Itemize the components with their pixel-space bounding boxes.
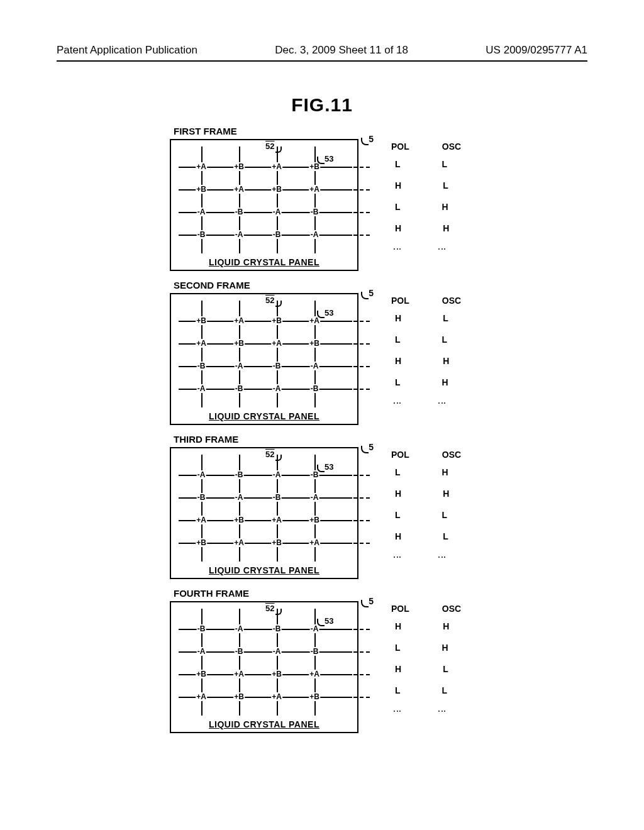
osc-value: L xyxy=(443,531,448,541)
pol-osc-table: POLOSCHHLHHLLL⋮⋮ xyxy=(389,604,483,714)
osc-value: L xyxy=(443,313,448,323)
osc-value: L xyxy=(442,335,448,345)
panel-wrap: 5-A-B-A-B-B-A-B-A+A+B+A+B+B+A+B+A5253LIQ… xyxy=(170,447,358,579)
pol-value: H xyxy=(395,664,401,674)
frames-container: FIRST FRAME5+A+B+A+B+B+A+B+A-A-B-A-B-B-A… xyxy=(170,126,522,742)
frame-block: SECOND FRAME5+B+A+B+A+A+B+A+B-B-A-B-A-A-… xyxy=(170,280,522,425)
grid-cell: +A xyxy=(309,670,320,678)
grid-cell: -A xyxy=(310,230,319,239)
pol-osc-header: POLOSC xyxy=(391,450,483,460)
grid-cell: +A xyxy=(271,516,282,524)
grid-cell: -B xyxy=(272,230,282,239)
frame-title: SECOND FRAME xyxy=(174,280,522,290)
grid-cell: -A xyxy=(235,493,244,502)
pol-osc-row: LL xyxy=(395,685,483,695)
pol-osc-row: LL xyxy=(395,159,483,169)
pol-osc-table: POLOSCLHHHLLHL⋮⋮ xyxy=(389,450,483,560)
frame-block: FOURTH FRAME5-B-A-B-A-A-B-A-B+B+A+B+A+A+… xyxy=(170,588,522,733)
grid-cell: +A xyxy=(271,162,282,171)
hline-continuation xyxy=(353,167,370,168)
grid-cell: -A xyxy=(310,362,319,370)
pol-value: L xyxy=(395,202,401,212)
hline-continuation xyxy=(353,674,370,675)
grid-cell: +B xyxy=(309,516,320,524)
ref-5: 5 xyxy=(369,442,374,452)
pol-osc-header: POLOSC xyxy=(391,296,483,306)
grid-cell: -B xyxy=(310,208,319,216)
hline-continuation xyxy=(353,321,370,322)
ref-53: 53 xyxy=(325,462,333,472)
figure-title: FIG.11 xyxy=(0,94,644,116)
header-right: US 2009/0295777 A1 xyxy=(486,44,587,57)
grid-cell: +A xyxy=(196,339,207,348)
hline-continuation xyxy=(353,235,370,236)
hline-continuation xyxy=(353,212,370,213)
pol-value: L xyxy=(395,643,401,653)
pol-osc-row: HL xyxy=(395,313,483,323)
pol-osc-row: HH xyxy=(395,356,483,366)
grid-cell: +B xyxy=(196,185,207,194)
continuation-dots: ⋮⋮ xyxy=(395,553,483,560)
frame-title: FIRST FRAME xyxy=(174,126,522,136)
pol-osc-row: LH xyxy=(395,202,483,212)
osc-value: L xyxy=(442,159,448,169)
pol-header: POL xyxy=(391,141,409,152)
grid-cell: +A xyxy=(196,162,207,171)
pol-header: POL xyxy=(391,296,409,306)
grid-cell: -B xyxy=(272,493,282,502)
grid-cell: +A xyxy=(196,692,207,701)
grid-cell: -A xyxy=(272,208,282,216)
hline-continuation xyxy=(353,697,370,698)
grid-cell: +A xyxy=(233,316,245,325)
grid-cell: +B xyxy=(309,339,320,348)
header-center: Dec. 3, 2009 Sheet 11 of 18 xyxy=(275,44,408,57)
pol-value: L xyxy=(395,685,401,695)
panel-caption: LIQUID CRYSTAL PANEL xyxy=(171,565,357,575)
frame-block: FIRST FRAME5+A+B+A+B+B+A+B+A-A-B-A-B-B-A… xyxy=(170,126,522,271)
hline-continuation xyxy=(353,520,370,521)
grid-cell: +A xyxy=(309,316,320,325)
frame-title: THIRD FRAME xyxy=(174,434,522,445)
grid-cell: -B xyxy=(310,384,319,393)
ref-52: 52 xyxy=(265,604,274,613)
panel-caption: LIQUID CRYSTAL PANEL xyxy=(171,411,357,421)
pol-value: H xyxy=(395,621,401,631)
pol-osc-row: LL xyxy=(395,510,483,520)
grid-cell: -A xyxy=(235,624,244,633)
pol-osc-row: LL xyxy=(395,335,483,345)
grid-cell: +A xyxy=(271,339,282,348)
frame-row: 5+A+B+A+B+B+A+B+A-A-B-A-B-B-A-B-A5253LIQ… xyxy=(170,139,522,271)
grid-cell: +A xyxy=(309,538,320,547)
pol-osc-table: POLOSCHLLLHHLH⋮⋮ xyxy=(389,296,483,406)
pol-osc-row: LH xyxy=(395,643,483,653)
continuation-dots: ⋮⋮ xyxy=(395,245,483,252)
osc-value: L xyxy=(443,180,448,191)
grid-cell: +B xyxy=(196,538,207,547)
panel-wrap: 5+B+A+B+A+A+B+A+B-B-A-B-A-A-B-A-B5253LIQ… xyxy=(170,293,358,425)
frame-row: 5-B-A-B-A-A-B-A-B+B+A+B+A+A+B+A+B5253LIQ… xyxy=(170,601,522,733)
lcd-panel: +A+B+A+B+B+A+B+A-A-B-A-B-B-A-B-A5253LIQU… xyxy=(170,139,358,271)
grid-cell: +B xyxy=(309,692,320,701)
grid-cell: -A xyxy=(272,384,282,393)
grid-cell: +A xyxy=(233,538,245,547)
ref-53: 53 xyxy=(325,616,333,626)
osc-value: H xyxy=(442,643,448,653)
pol-value: L xyxy=(395,467,401,477)
pol-osc-row: HH xyxy=(395,489,483,499)
grid-cell: -B xyxy=(235,208,244,216)
pol-osc-header: POLOSC xyxy=(391,604,483,614)
grid-cell: +B xyxy=(271,538,282,547)
grid-cell: -B xyxy=(310,647,319,656)
osc-value: H xyxy=(443,223,449,233)
panel-wrap: 5-B-A-B-A-A-B-A-B+B+A+B+A+A+B+A+B5253LIQ… xyxy=(170,601,358,733)
ref-52: 52 xyxy=(265,450,274,459)
pol-value: H xyxy=(395,313,401,323)
grid-cell: -A xyxy=(235,362,244,370)
continuation-dots: ⋮⋮ xyxy=(395,707,483,714)
osc-value: L xyxy=(442,685,448,695)
grid-cell: -B xyxy=(197,362,206,370)
grid-cell: -B xyxy=(272,362,282,370)
grid-cell: -A xyxy=(197,208,206,216)
hline-continuation xyxy=(353,343,370,345)
lcd-panel: -B-A-B-A-A-B-A-B+B+A+B+A+A+B+A+B5253LIQU… xyxy=(170,601,358,733)
